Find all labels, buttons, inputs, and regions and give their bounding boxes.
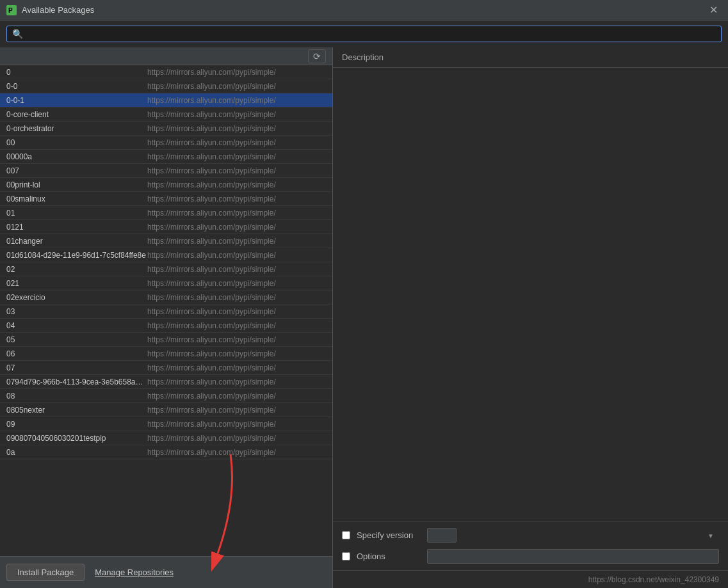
package-name: 0-0-1 (6, 96, 147, 105)
description-header: Description (333, 47, 728, 68)
package-row[interactable]: 0-0-1https://mirrors.aliyun.com/pypi/sim… (0, 93, 332, 107)
package-row[interactable]: 08https://mirrors.aliyun.com/pypi/simple… (0, 389, 332, 403)
package-url: https://mirrors.aliyun.com/pypi/simple/ (147, 406, 326, 415)
version-select[interactable]: latest (427, 528, 457, 543)
package-url: https://mirrors.aliyun.com/pypi/simple/ (147, 307, 326, 316)
options-input[interactable] (427, 549, 719, 564)
package-url: https://mirrors.aliyun.com/pypi/simple/ (147, 434, 326, 443)
left-panel: ⟳ 0https://mirrors.aliyun.com/pypi/simpl… (0, 47, 333, 588)
package-url: https://mirrors.aliyun.com/pypi/simple/ (147, 195, 326, 203)
options-label: Options (357, 552, 421, 561)
package-name: 04 (6, 321, 147, 330)
options-row: Options (342, 549, 719, 564)
package-list[interactable]: 0https://mirrors.aliyun.com/pypi/simple/… (0, 65, 332, 556)
status-url: https://blog.csdn.net/weixin_42300349 (588, 575, 719, 584)
package-url: https://mirrors.aliyun.com/pypi/simple/ (147, 96, 326, 105)
package-list-header: ⟳ (0, 47, 332, 65)
package-row[interactable]: 04https://mirrors.aliyun.com/pypi/simple… (0, 319, 332, 333)
title-bar: P Available Packages ✕ (0, 0, 728, 20)
package-url: https://mirrors.aliyun.com/pypi/simple/ (147, 138, 326, 147)
refresh-button[interactable]: ⟳ (308, 49, 326, 63)
package-row[interactable]: 0121https://mirrors.aliyun.com/pypi/simp… (0, 220, 332, 234)
package-row[interactable]: 01changerhttps://mirrors.aliyun.com/pypi… (0, 234, 332, 248)
package-name: 01changer (6, 237, 147, 246)
package-row[interactable]: 0-0https://mirrors.aliyun.com/pypi/simpl… (0, 79, 332, 93)
search-input[interactable] (27, 29, 716, 39)
package-url: https://mirrors.aliyun.com/pypi/simple/ (147, 152, 326, 161)
package-row[interactable]: 021https://mirrors.aliyun.com/pypi/simpl… (0, 276, 332, 290)
package-row[interactable]: 0https://mirrors.aliyun.com/pypi/simple/ (0, 65, 332, 79)
package-name: 0121 (6, 223, 147, 232)
search-wrapper: 🔍 (6, 26, 722, 42)
package-url: https://mirrors.aliyun.com/pypi/simple/ (147, 166, 326, 175)
package-url: https://mirrors.aliyun.com/pypi/simple/ (147, 124, 326, 133)
package-row[interactable]: 07https://mirrors.aliyun.com/pypi/simple… (0, 361, 332, 375)
package-url: https://mirrors.aliyun.com/pypi/simple/ (147, 363, 326, 372)
search-bar: 🔍 (0, 20, 728, 47)
package-name: 0-0 (6, 82, 147, 91)
package-name: 090807040506030201testpip (6, 434, 147, 443)
package-name: 02exercicio (6, 293, 147, 302)
install-package-button[interactable]: Install Package (6, 564, 85, 581)
package-row[interactable]: 0ahttps://mirrors.aliyun.com/pypi/simple… (0, 445, 332, 459)
package-row[interactable]: 090807040506030201testpiphttps://mirrors… (0, 431, 332, 445)
specify-version-checkbox[interactable] (342, 531, 350, 539)
package-name: 09 (6, 420, 147, 429)
package-name: 007 (6, 166, 147, 175)
package-row[interactable]: 0794d79c-966b-4113-9cea-3e5b658a7de7http… (0, 375, 332, 389)
package-row[interactable]: 06https://mirrors.aliyun.com/pypi/simple… (0, 347, 332, 361)
package-name: 03 (6, 307, 147, 316)
package-url: https://mirrors.aliyun.com/pypi/simple/ (147, 335, 326, 344)
package-name: 0 (6, 68, 147, 77)
package-name: 01 (6, 209, 147, 218)
app-icon: P (6, 5, 17, 15)
package-name: 0-orchestrator (6, 124, 147, 133)
package-row[interactable]: 01https://mirrors.aliyun.com/pypi/simple… (0, 206, 332, 220)
package-name: 08 (6, 392, 147, 401)
package-row[interactable]: 0-core-clienthttps://mirrors.aliyun.com/… (0, 107, 332, 122)
package-row[interactable]: 00https://mirrors.aliyun.com/pypi/simple… (0, 136, 332, 150)
content-split: ⟳ 0https://mirrors.aliyun.com/pypi/simpl… (0, 47, 728, 588)
package-row[interactable]: 00print-lolhttps://mirrors.aliyun.com/py… (0, 178, 332, 192)
package-url: https://mirrors.aliyun.com/pypi/simple/ (147, 68, 326, 77)
package-url: https://mirrors.aliyun.com/pypi/simple/ (147, 82, 326, 91)
package-name: 00 (6, 138, 147, 147)
package-name: 0805nexter (6, 406, 147, 415)
package-url: https://mirrors.aliyun.com/pypi/simple/ (147, 223, 326, 232)
package-name: 0794d79c-966b-4113-9cea-3e5b658a7de7 (6, 377, 147, 386)
package-name: 021 (6, 279, 147, 288)
package-row[interactable]: 00smalinuxhttps://mirrors.aliyun.com/pyp… (0, 192, 332, 206)
package-row[interactable]: 05https://mirrors.aliyun.com/pypi/simple… (0, 333, 332, 347)
main-container: 🔍 ⟳ 0https://mirrors.aliyun.com/pypi/sim… (0, 20, 728, 588)
package-row[interactable]: 02https://mirrors.aliyun.com/pypi/simple… (0, 262, 332, 276)
package-url: https://mirrors.aliyun.com/pypi/simple/ (147, 180, 326, 189)
package-name: 05 (6, 335, 147, 344)
options-checkbox[interactable] (342, 552, 350, 560)
specify-version-label: Specify version (357, 530, 421, 540)
specify-version-row: Specify version latest (342, 528, 719, 543)
package-row[interactable]: 0-orchestratorhttps://mirrors.aliyun.com… (0, 122, 332, 136)
package-name: 06 (6, 349, 147, 358)
package-name: 02 (6, 265, 147, 274)
package-row[interactable]: 0805nexterhttps://mirrors.aliyun.com/pyp… (0, 403, 332, 417)
package-row[interactable]: 02exerciciohttps://mirrors.aliyun.com/py… (0, 290, 332, 305)
right-bottom: Specify version latest Options (333, 521, 728, 570)
package-url: https://mirrors.aliyun.com/pypi/simple/ (147, 377, 326, 386)
package-url: https://mirrors.aliyun.com/pypi/simple/ (147, 251, 326, 260)
package-url: https://mirrors.aliyun.com/pypi/simple/ (147, 293, 326, 302)
package-row[interactable]: 00000ahttps://mirrors.aliyun.com/pypi/si… (0, 150, 332, 164)
left-bottom-bar: Install Package Manage Repositories (0, 556, 332, 588)
package-row[interactable]: 007https://mirrors.aliyun.com/pypi/simpl… (0, 164, 332, 178)
package-name: 01d61084-d29e-11e9-96d1-7c5cf84ffe8e (6, 251, 147, 260)
package-row[interactable]: 01d61084-d29e-11e9-96d1-7c5cf84ffe8ehttp… (0, 248, 332, 262)
close-button[interactable]: ✕ (706, 3, 722, 17)
package-name: 00000a (6, 152, 147, 161)
package-url: https://mirrors.aliyun.com/pypi/simple/ (147, 448, 326, 457)
package-url: https://mirrors.aliyun.com/pypi/simple/ (147, 237, 326, 246)
package-row[interactable]: 09https://mirrors.aliyun.com/pypi/simple… (0, 417, 332, 431)
package-name: 00smalinux (6, 195, 147, 203)
right-panel: Description Specify version latest (333, 47, 728, 588)
manage-repositories-button[interactable]: Manage Repositories (90, 564, 179, 580)
package-row[interactable]: 03https://mirrors.aliyun.com/pypi/simple… (0, 305, 332, 319)
description-content (333, 68, 728, 521)
